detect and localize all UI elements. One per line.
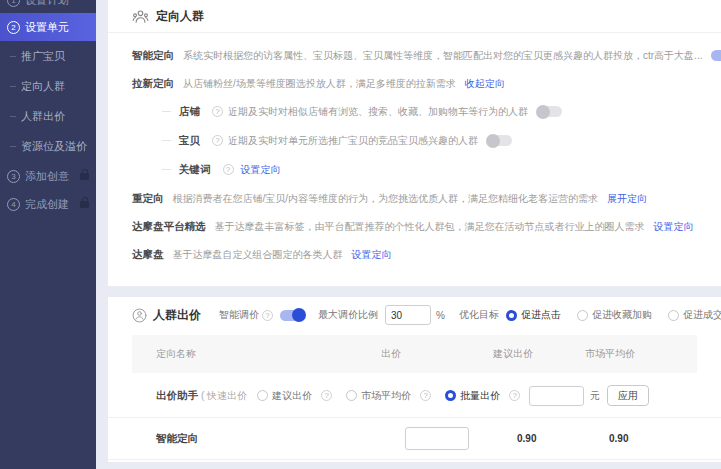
radio-label: 建议出价 xyxy=(272,389,312,403)
radio-label: 市场平均价 xyxy=(361,389,411,403)
new-customer-desc: 从店铺粉丝/场景等维度圈选投放人群，满足多维度的拉新需求 xyxy=(183,74,456,93)
new-customer-targeting-row: 拉新定向 从店铺粉丝/场景等维度圈选投放人群，满足多维度的拉新需求 收起定向 xyxy=(132,74,697,93)
sidebar-step-label: 添加创意 xyxy=(25,169,69,184)
new-customer-label: 拉新定向 xyxy=(132,74,174,93)
keyword-targeting-row: 关键词 设置定向 xyxy=(162,160,697,179)
radio-icon xyxy=(668,310,679,321)
table-row: 智能定向 0.90 0.90 xyxy=(108,418,721,460)
step-number-icon: 1 xyxy=(7,0,20,7)
market-price-radio[interactable]: 市场平均价 xyxy=(346,389,411,403)
help-icon[interactable] xyxy=(262,310,273,321)
radio-label: 促进收藏加购 xyxy=(592,308,652,322)
targeting-panel-header: 定向人群 xyxy=(108,0,721,33)
dmp-platform-label: 达摩盘平台精选 xyxy=(132,217,206,236)
dmp-label: 达摩盘 xyxy=(132,245,164,264)
suggested-bid-radio[interactable]: 建议出价 xyxy=(257,389,312,403)
lock-icon xyxy=(80,201,89,208)
col-header-name: 定向名称 xyxy=(156,347,381,361)
sidebar-step-unit[interactable]: 2 设置单元 xyxy=(0,13,96,41)
bid-helper-row: 出价助手 ( 快速出价 建议出价 市场平均价 批量出价 元 应用 xyxy=(108,373,721,418)
objective-label: 优化目标 xyxy=(459,308,499,322)
row-targeting-name: 智能定向 xyxy=(156,432,405,446)
radio-icon xyxy=(577,310,588,321)
row-suggested-bid: 0.90 xyxy=(517,433,609,444)
sidebar-item-audience-bid[interactable]: 人群出价 xyxy=(0,101,96,131)
apply-button[interactable]: 应用 xyxy=(607,385,649,406)
bid-input[interactable] xyxy=(405,427,469,450)
bid-helper-prefix: ( 快速出价 xyxy=(201,389,247,403)
keyword-set-targeting-link[interactable]: 设置定向 xyxy=(241,160,281,179)
bidding-panel-header: 人群出价 智能调价 最大调价比例 % 优化目标 促进点击 促进收藏加购 促进成交 xyxy=(108,297,721,333)
bid-table-header: 定向名称 出价 建议出价 市场平均价 xyxy=(132,335,697,373)
dmp-row: 达摩盘 基于达摩盘自定义组合圈定的各类人群 设置定向 xyxy=(132,245,697,264)
sidebar-step-creative[interactable]: 3 添加创意 xyxy=(0,163,96,189)
lock-icon xyxy=(80,173,89,180)
step-number-icon: 4 xyxy=(7,198,20,211)
smart-price-label: 智能调价 xyxy=(219,308,259,322)
item-label: 宝贝 xyxy=(179,131,200,150)
expand-targeting-link[interactable]: 展开定向 xyxy=(607,189,647,208)
item-toggle[interactable] xyxy=(487,135,512,146)
smart-targeting-row: 智能定向 系统实时根据您的访客属性、宝贝标题、宝贝属性等维度，智能匹配出对您的宝… xyxy=(132,46,697,65)
col-header-bid: 出价 xyxy=(381,347,493,361)
targeting-panel: 定向人群 智能定向 系统实时根据您的访客属性、宝贝标题、宝贝属性等维度，智能匹配… xyxy=(108,0,721,286)
help-icon[interactable] xyxy=(420,390,431,401)
sidebar-item-label: 资源位及溢价 xyxy=(21,139,87,154)
item-targeting-row: 宝贝 近期及实时对单元所选推广宝贝的竞品宝贝感兴趣的人群 xyxy=(162,131,697,150)
help-icon[interactable] xyxy=(321,390,332,401)
sidebar-item-label: 推广宝贝 xyxy=(21,49,65,64)
bidding-panel: 人群出价 智能调价 最大调价比例 % 优化目标 促进点击 促进收藏加购 促进成交… xyxy=(108,297,721,462)
col-header-suggested: 建议出价 xyxy=(493,347,585,361)
step-number-icon: 2 xyxy=(7,21,20,34)
sidebar-item-label: 定向人群 xyxy=(21,79,65,94)
shop-toggle[interactable] xyxy=(537,106,562,117)
sidebar-step-finish[interactable]: 4 完成创建 xyxy=(0,191,96,217)
smart-targeting-toggle[interactable] xyxy=(711,50,721,61)
objective-conversion-radio[interactable]: 促进成交 xyxy=(668,308,721,322)
col-header-market: 市场平均价 xyxy=(585,347,673,361)
step-number-icon: 3 xyxy=(7,170,20,183)
sidebar-item-label: 人群出价 xyxy=(21,109,65,124)
percent-sign: % xyxy=(436,310,445,321)
max-ratio-input[interactable] xyxy=(385,305,431,325)
max-ratio-label: 最大调价比例 xyxy=(318,308,378,322)
radio-icon xyxy=(506,310,517,321)
panel-title: 人群出价 xyxy=(153,307,201,324)
radio-label: 促进点击 xyxy=(521,308,561,322)
batch-bid-input[interactable] xyxy=(529,386,584,406)
help-icon[interactable] xyxy=(509,390,520,401)
smart-price-toggle[interactable] xyxy=(280,310,305,321)
retargeting-desc: 根据消费者在您店铺/宝贝/内容等维度的行为，为您挑选优质人群，满足您精细化老客运… xyxy=(173,189,599,208)
help-icon[interactable] xyxy=(212,106,223,117)
help-icon[interactable] xyxy=(223,164,234,175)
sidebar-item-audience-targeting[interactable]: 定向人群 xyxy=(0,71,96,101)
shop-desc: 近期及实时对相似店铺有浏览、搜索、收藏、加购物车等行为的人群 xyxy=(228,102,528,121)
shop-label: 店铺 xyxy=(179,102,200,121)
radio-icon xyxy=(346,390,357,401)
radio-icon xyxy=(445,390,456,401)
retargeting-label: 重定向 xyxy=(132,189,164,208)
smart-targeting-desc: 系统实时根据您的访客属性、宝贝标题、宝贝属性等维度，智能匹配出对您的宝贝更感兴趣… xyxy=(183,46,702,65)
panel-title: 定向人群 xyxy=(156,8,204,25)
dmp-platform-row: 达摩盘平台精选 基于达摩盘丰富标签，由平台配置推荐的个性化人群包，满足您在活动节… xyxy=(132,217,697,236)
smart-targeting-label: 智能定向 xyxy=(132,46,174,65)
dmp-set-link[interactable]: 设置定向 xyxy=(352,245,392,264)
audience-bid-icon xyxy=(132,308,147,323)
sidebar-step-label: 完成创建 xyxy=(25,197,69,212)
collapse-targeting-link[interactable]: 收起定向 xyxy=(465,74,505,93)
sidebar-step-label: 设置单元 xyxy=(25,20,69,35)
item-desc: 近期及实时对单元所选推广宝贝的竞品宝贝感兴趣的人群 xyxy=(228,131,478,150)
audience-crowd-icon xyxy=(132,9,149,24)
batch-bid-radio[interactable]: 批量出价 xyxy=(445,389,500,403)
retargeting-row: 重定向 根据消费者在您店铺/宝贝/内容等维度的行为，为您挑选优质人群，满足您精细… xyxy=(132,189,697,208)
sidebar-item-placement-premium[interactable]: 资源位及溢价 xyxy=(0,131,96,161)
bid-helper-label: 出价助手 xyxy=(156,389,198,403)
dmp-platform-set-link[interactable]: 设置定向 xyxy=(654,217,694,236)
sidebar-item-promote-item[interactable]: 推广宝贝 xyxy=(0,41,96,71)
objective-favorite-radio[interactable]: 促进收藏加购 xyxy=(577,308,652,322)
shop-targeting-row: 店铺 近期及实时对相似店铺有浏览、搜索、收藏、加购物车等行为的人群 xyxy=(162,102,697,121)
row-bid-cell xyxy=(405,427,517,450)
sidebar-step-plan[interactable]: 1 设置计划 xyxy=(0,0,96,13)
help-icon[interactable] xyxy=(212,135,223,146)
objective-click-radio[interactable]: 促进点击 xyxy=(506,308,561,322)
